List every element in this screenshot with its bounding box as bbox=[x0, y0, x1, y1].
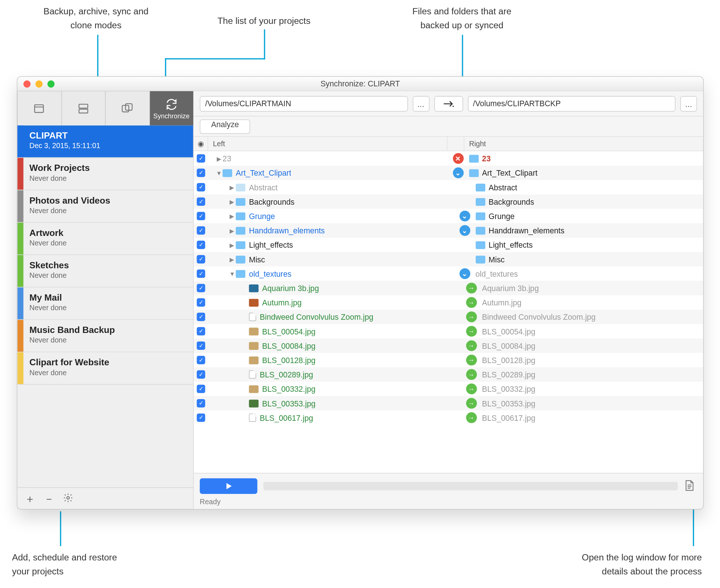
row-checkbox[interactable] bbox=[197, 413, 205, 422]
project-item[interactable]: Clipart for Website Never done bbox=[17, 352, 193, 385]
header-right[interactable]: Right bbox=[464, 137, 703, 151]
folder-icon bbox=[236, 212, 245, 220]
row-checkbox[interactable] bbox=[197, 154, 205, 163]
file-row[interactable]: ▼ Art_Text_Clipart ⌄ Art_Text_Clipart bbox=[194, 166, 703, 180]
row-checkbox[interactable] bbox=[197, 370, 205, 379]
folder-icon bbox=[249, 356, 259, 364]
add-project-button[interactable]: ＋ bbox=[25, 493, 35, 504]
folder-icon bbox=[249, 284, 259, 292]
mode-archive[interactable] bbox=[61, 91, 105, 125]
project-subtitle: Never done bbox=[29, 369, 187, 377]
row-checkbox[interactable] bbox=[197, 313, 205, 321]
file-row[interactable]: BLS_00353.jpg → BLS_00353.jpg bbox=[194, 396, 703, 410]
file-name-right: Handdrawn_elements bbox=[489, 226, 565, 235]
disclosure-icon[interactable]: ▼ bbox=[228, 270, 236, 277]
callout-files: Files and folders that are backed up or … bbox=[372, 5, 552, 32]
callout-line bbox=[264, 29, 265, 60]
row-checkbox[interactable] bbox=[197, 226, 205, 235]
disclosure-icon[interactable]: ▶ bbox=[228, 198, 236, 205]
project-item[interactable]: My Mail Never done bbox=[17, 287, 193, 320]
project-item[interactable]: Work Projects Never done bbox=[17, 158, 193, 190]
mode-clone[interactable] bbox=[105, 91, 150, 125]
disclosure-icon[interactable]: ▶ bbox=[228, 213, 236, 219]
remove-project-button[interactable]: － bbox=[44, 493, 54, 504]
row-checkbox[interactable] bbox=[197, 212, 205, 220]
file-row[interactable]: BLS_00289.jpg → BLS_00289.jpg bbox=[194, 367, 703, 381]
row-checkbox[interactable] bbox=[197, 284, 205, 292]
callout-line bbox=[462, 35, 463, 77]
project-name: Clipart for Website bbox=[29, 357, 187, 368]
project-item[interactable]: Sketches Never done bbox=[17, 255, 193, 287]
row-checkbox[interactable] bbox=[197, 241, 205, 249]
folder-icon bbox=[249, 327, 259, 335]
project-name: My Mail bbox=[29, 292, 187, 302]
file-row[interactable]: ▶ 23 ✕ 23 bbox=[194, 151, 703, 166]
file-row[interactable]: BLS_00054.jpg → BLS_00054.jpg bbox=[194, 324, 703, 338]
right-browse-button[interactable]: ... bbox=[680, 96, 697, 111]
row-checkbox[interactable] bbox=[197, 197, 205, 206]
callout-add: Add, schedule and restore your projects bbox=[12, 551, 168, 578]
file-name-right: BLS_00084.jpg bbox=[482, 341, 535, 350]
folder-icon bbox=[475, 183, 485, 191]
file-row[interactable]: Bindweed Convolvulus Zoom.jpg → Bindweed… bbox=[194, 310, 703, 324]
row-checkbox[interactable] bbox=[197, 183, 205, 191]
disclosure-icon[interactable]: ▶ bbox=[228, 227, 236, 234]
file-name-right: old_textures bbox=[475, 269, 518, 278]
project-item[interactable]: CLIPART Dec 3, 2015, 15:11:01 bbox=[17, 125, 193, 158]
row-checkbox[interactable] bbox=[197, 327, 205, 336]
left-browse-button[interactable]: ... bbox=[413, 96, 429, 111]
file-row[interactable]: BLS_00332.jpg → BLS_00332.jpg bbox=[194, 382, 703, 396]
file-row[interactable]: Aquarium 3b.jpg → Aquarium 3b.jpg bbox=[194, 281, 703, 295]
svg-rect-3 bbox=[79, 109, 88, 112]
left-path-input[interactable]: /Volumes/CLIPARTMAIN bbox=[200, 96, 408, 111]
disclosure-icon[interactable]: ▶ bbox=[228, 256, 236, 262]
file-row[interactable]: ▶ Light_effects Light_effects bbox=[194, 238, 703, 252]
disclosure-icon[interactable]: ▼ bbox=[215, 169, 223, 176]
file-name-right: Misc bbox=[489, 255, 505, 263]
file-row[interactable]: ▼ old_textures ⌄ old_textures bbox=[194, 266, 703, 281]
project-item[interactable]: Photos and Videos Never done bbox=[17, 190, 193, 223]
run-button[interactable] bbox=[200, 478, 258, 494]
file-row[interactable]: ▶ Misc Misc bbox=[194, 252, 703, 266]
file-name-left: BLS_00332.jpg bbox=[262, 384, 316, 393]
mode-sync[interactable]: Synchronize bbox=[150, 91, 193, 125]
file-row[interactable]: ▶ Grunge ⌄ Grunge bbox=[194, 209, 703, 223]
row-checkbox[interactable] bbox=[197, 269, 205, 278]
right-path-input[interactable]: /Volumes/CLIPARTBCKP bbox=[468, 96, 676, 111]
file-name-left: old_textures bbox=[249, 269, 292, 278]
folder-icon bbox=[469, 169, 478, 177]
disclosure-icon[interactable]: ▶ bbox=[215, 155, 223, 162]
project-settings-button[interactable] bbox=[63, 492, 73, 505]
file-row[interactable]: Autumn.jpg → Autumn.jpg bbox=[194, 295, 703, 309]
header-target-icon[interactable]: ◉ bbox=[194, 137, 208, 151]
log-button[interactable] bbox=[684, 480, 697, 493]
row-checkbox[interactable] bbox=[197, 399, 205, 408]
header-left[interactable]: Left bbox=[208, 137, 448, 151]
disclosure-icon[interactable]: ▶ bbox=[228, 184, 236, 191]
file-row[interactable]: BLS_00084.jpg → BLS_00084.jpg bbox=[194, 338, 703, 353]
file-list[interactable]: ▶ 23 ✕ 23 ▼ Art_Text_Clipart ⌄ Art_Text_… bbox=[194, 151, 703, 473]
callout-line bbox=[60, 511, 61, 546]
file-row[interactable]: BLS_00128.jpg → BLS_00128.jpg bbox=[194, 353, 703, 367]
project-item[interactable]: Artwork Never done bbox=[17, 223, 193, 255]
row-checkbox[interactable] bbox=[197, 255, 205, 263]
project-item[interactable]: Music Band Backup Never done bbox=[17, 320, 193, 352]
file-name-right: BLS_00332.jpg bbox=[482, 384, 535, 393]
titlebar[interactable]: Synchronize: CLIPART bbox=[17, 77, 703, 91]
analyze-button[interactable]: Analyze bbox=[200, 119, 251, 133]
row-checkbox[interactable] bbox=[197, 341, 205, 350]
row-checkbox[interactable] bbox=[197, 385, 205, 393]
row-checkbox[interactable] bbox=[197, 169, 205, 177]
disclosure-icon[interactable]: ▶ bbox=[228, 241, 236, 248]
folder-icon bbox=[475, 226, 485, 234]
direction-button[interactable] bbox=[434, 96, 462, 111]
file-row[interactable]: BLS_00617.jpg → BLS_00617.jpg bbox=[194, 410, 703, 425]
file-row[interactable]: ▶ Backgrounds Backgrounds bbox=[194, 194, 703, 209]
file-row[interactable]: ▶ Abstract Abstract bbox=[194, 180, 703, 194]
file-row[interactable]: ▶ Handdrawn_elements ⌄ Handdrawn_element… bbox=[194, 223, 703, 237]
row-checkbox[interactable] bbox=[197, 356, 205, 364]
row-checkbox[interactable] bbox=[197, 298, 205, 307]
folder-icon bbox=[236, 270, 245, 277]
mode-backup[interactable] bbox=[17, 91, 61, 125]
svg-point-6 bbox=[67, 496, 69, 499]
